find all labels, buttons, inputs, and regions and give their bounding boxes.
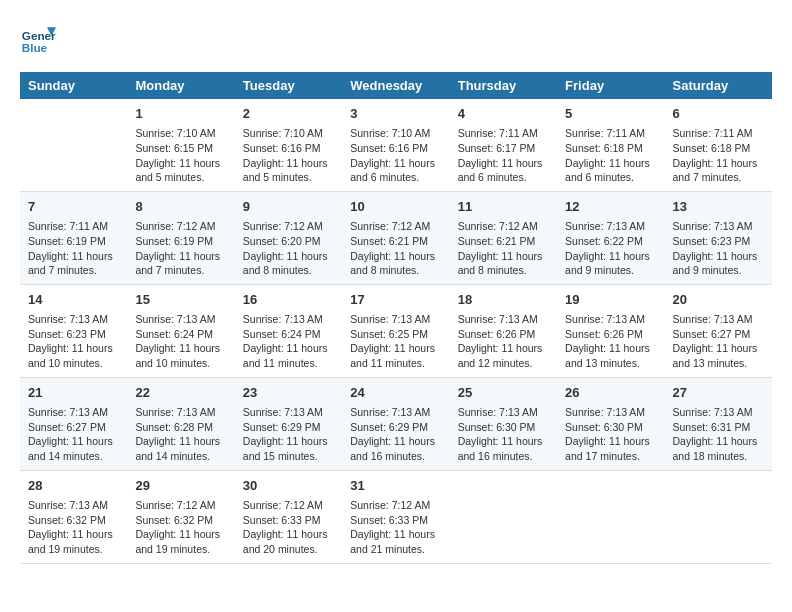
calendar-cell: 28Sunrise: 7:13 AM Sunset: 6:32 PM Dayli… xyxy=(20,470,127,563)
day-number: 15 xyxy=(135,291,226,309)
calendar-cell: 2Sunrise: 7:10 AM Sunset: 6:16 PM Daylig… xyxy=(235,99,342,191)
day-number: 3 xyxy=(350,105,441,123)
calendar-table: SundayMondayTuesdayWednesdayThursdayFrid… xyxy=(20,72,772,564)
calendar-cell: 4Sunrise: 7:11 AM Sunset: 6:17 PM Daylig… xyxy=(450,99,557,191)
calendar-cell xyxy=(557,470,664,563)
day-number: 17 xyxy=(350,291,441,309)
day-info: Sunrise: 7:13 AM Sunset: 6:24 PM Dayligh… xyxy=(243,312,334,371)
calendar-cell: 31Sunrise: 7:12 AM Sunset: 6:33 PM Dayli… xyxy=(342,470,449,563)
day-info: Sunrise: 7:13 AM Sunset: 6:26 PM Dayligh… xyxy=(565,312,656,371)
calendar-cell: 1Sunrise: 7:10 AM Sunset: 6:15 PM Daylig… xyxy=(127,99,234,191)
day-info: Sunrise: 7:12 AM Sunset: 6:33 PM Dayligh… xyxy=(243,498,334,557)
day-number: 19 xyxy=(565,291,656,309)
day-info: Sunrise: 7:11 AM Sunset: 6:17 PM Dayligh… xyxy=(458,126,549,185)
calendar-cell: 3Sunrise: 7:10 AM Sunset: 6:16 PM Daylig… xyxy=(342,99,449,191)
col-header-friday: Friday xyxy=(557,72,664,99)
day-number: 27 xyxy=(673,384,764,402)
calendar-cell xyxy=(450,470,557,563)
calendar-week-5: 28Sunrise: 7:13 AM Sunset: 6:32 PM Dayli… xyxy=(20,470,772,563)
day-number: 26 xyxy=(565,384,656,402)
day-number: 8 xyxy=(135,198,226,216)
day-info: Sunrise: 7:10 AM Sunset: 6:16 PM Dayligh… xyxy=(350,126,441,185)
calendar-cell: 24Sunrise: 7:13 AM Sunset: 6:29 PM Dayli… xyxy=(342,377,449,470)
calendar-header: SundayMondayTuesdayWednesdayThursdayFrid… xyxy=(20,72,772,99)
day-info: Sunrise: 7:13 AM Sunset: 6:30 PM Dayligh… xyxy=(458,405,549,464)
day-info: Sunrise: 7:10 AM Sunset: 6:15 PM Dayligh… xyxy=(135,126,226,185)
calendar-cell: 18Sunrise: 7:13 AM Sunset: 6:26 PM Dayli… xyxy=(450,284,557,377)
calendar-cell: 7Sunrise: 7:11 AM Sunset: 6:19 PM Daylig… xyxy=(20,191,127,284)
day-info: Sunrise: 7:12 AM Sunset: 6:20 PM Dayligh… xyxy=(243,219,334,278)
svg-text:Blue: Blue xyxy=(22,41,48,54)
day-number: 18 xyxy=(458,291,549,309)
day-number: 13 xyxy=(673,198,764,216)
day-number: 4 xyxy=(458,105,549,123)
day-info: Sunrise: 7:13 AM Sunset: 6:27 PM Dayligh… xyxy=(28,405,119,464)
day-number: 28 xyxy=(28,477,119,495)
day-info: Sunrise: 7:13 AM Sunset: 6:32 PM Dayligh… xyxy=(28,498,119,557)
day-number: 5 xyxy=(565,105,656,123)
day-info: Sunrise: 7:11 AM Sunset: 6:19 PM Dayligh… xyxy=(28,219,119,278)
calendar-cell: 22Sunrise: 7:13 AM Sunset: 6:28 PM Dayli… xyxy=(127,377,234,470)
day-info: Sunrise: 7:13 AM Sunset: 6:27 PM Dayligh… xyxy=(673,312,764,371)
day-number: 2 xyxy=(243,105,334,123)
calendar-cell: 30Sunrise: 7:12 AM Sunset: 6:33 PM Dayli… xyxy=(235,470,342,563)
col-header-sunday: Sunday xyxy=(20,72,127,99)
day-info: Sunrise: 7:12 AM Sunset: 6:21 PM Dayligh… xyxy=(350,219,441,278)
calendar-cell: 20Sunrise: 7:13 AM Sunset: 6:27 PM Dayli… xyxy=(665,284,772,377)
day-number: 10 xyxy=(350,198,441,216)
calendar-cell: 15Sunrise: 7:13 AM Sunset: 6:24 PM Dayli… xyxy=(127,284,234,377)
day-info: Sunrise: 7:13 AM Sunset: 6:23 PM Dayligh… xyxy=(673,219,764,278)
day-info: Sunrise: 7:13 AM Sunset: 6:29 PM Dayligh… xyxy=(350,405,441,464)
calendar-week-1: 1Sunrise: 7:10 AM Sunset: 6:15 PM Daylig… xyxy=(20,99,772,191)
day-info: Sunrise: 7:12 AM Sunset: 6:33 PM Dayligh… xyxy=(350,498,441,557)
calendar-cell: 27Sunrise: 7:13 AM Sunset: 6:31 PM Dayli… xyxy=(665,377,772,470)
calendar-cell: 23Sunrise: 7:13 AM Sunset: 6:29 PM Dayli… xyxy=(235,377,342,470)
col-header-wednesday: Wednesday xyxy=(342,72,449,99)
day-info: Sunrise: 7:12 AM Sunset: 6:21 PM Dayligh… xyxy=(458,219,549,278)
day-info: Sunrise: 7:13 AM Sunset: 6:28 PM Dayligh… xyxy=(135,405,226,464)
day-info: Sunrise: 7:13 AM Sunset: 6:25 PM Dayligh… xyxy=(350,312,441,371)
day-info: Sunrise: 7:13 AM Sunset: 6:22 PM Dayligh… xyxy=(565,219,656,278)
day-info: Sunrise: 7:13 AM Sunset: 6:23 PM Dayligh… xyxy=(28,312,119,371)
calendar-cell: 14Sunrise: 7:13 AM Sunset: 6:23 PM Dayli… xyxy=(20,284,127,377)
calendar-cell: 12Sunrise: 7:13 AM Sunset: 6:22 PM Dayli… xyxy=(557,191,664,284)
calendar-week-2: 7Sunrise: 7:11 AM Sunset: 6:19 PM Daylig… xyxy=(20,191,772,284)
day-info: Sunrise: 7:12 AM Sunset: 6:32 PM Dayligh… xyxy=(135,498,226,557)
logo: General Blue xyxy=(20,20,56,56)
col-header-monday: Monday xyxy=(127,72,234,99)
page-header: General Blue xyxy=(20,20,772,56)
day-number: 23 xyxy=(243,384,334,402)
calendar-cell: 8Sunrise: 7:12 AM Sunset: 6:19 PM Daylig… xyxy=(127,191,234,284)
day-number: 24 xyxy=(350,384,441,402)
calendar-cell: 19Sunrise: 7:13 AM Sunset: 6:26 PM Dayli… xyxy=(557,284,664,377)
calendar-cell: 16Sunrise: 7:13 AM Sunset: 6:24 PM Dayli… xyxy=(235,284,342,377)
calendar-cell: 11Sunrise: 7:12 AM Sunset: 6:21 PM Dayli… xyxy=(450,191,557,284)
day-number: 12 xyxy=(565,198,656,216)
day-number: 21 xyxy=(28,384,119,402)
day-info: Sunrise: 7:13 AM Sunset: 6:26 PM Dayligh… xyxy=(458,312,549,371)
day-number: 7 xyxy=(28,198,119,216)
day-number: 14 xyxy=(28,291,119,309)
col-header-thursday: Thursday xyxy=(450,72,557,99)
day-number: 1 xyxy=(135,105,226,123)
calendar-cell: 10Sunrise: 7:12 AM Sunset: 6:21 PM Dayli… xyxy=(342,191,449,284)
day-number: 11 xyxy=(458,198,549,216)
calendar-cell: 29Sunrise: 7:12 AM Sunset: 6:32 PM Dayli… xyxy=(127,470,234,563)
calendar-cell: 26Sunrise: 7:13 AM Sunset: 6:30 PM Dayli… xyxy=(557,377,664,470)
day-number: 16 xyxy=(243,291,334,309)
calendar-cell: 6Sunrise: 7:11 AM Sunset: 6:18 PM Daylig… xyxy=(665,99,772,191)
calendar-cell: 5Sunrise: 7:11 AM Sunset: 6:18 PM Daylig… xyxy=(557,99,664,191)
day-number: 22 xyxy=(135,384,226,402)
calendar-cell: 21Sunrise: 7:13 AM Sunset: 6:27 PM Dayli… xyxy=(20,377,127,470)
calendar-cell: 17Sunrise: 7:13 AM Sunset: 6:25 PM Dayli… xyxy=(342,284,449,377)
calendar-cell xyxy=(20,99,127,191)
day-info: Sunrise: 7:13 AM Sunset: 6:30 PM Dayligh… xyxy=(565,405,656,464)
day-info: Sunrise: 7:10 AM Sunset: 6:16 PM Dayligh… xyxy=(243,126,334,185)
day-number: 31 xyxy=(350,477,441,495)
calendar-week-3: 14Sunrise: 7:13 AM Sunset: 6:23 PM Dayli… xyxy=(20,284,772,377)
day-number: 30 xyxy=(243,477,334,495)
day-number: 29 xyxy=(135,477,226,495)
day-info: Sunrise: 7:11 AM Sunset: 6:18 PM Dayligh… xyxy=(673,126,764,185)
day-info: Sunrise: 7:13 AM Sunset: 6:24 PM Dayligh… xyxy=(135,312,226,371)
day-info: Sunrise: 7:11 AM Sunset: 6:18 PM Dayligh… xyxy=(565,126,656,185)
